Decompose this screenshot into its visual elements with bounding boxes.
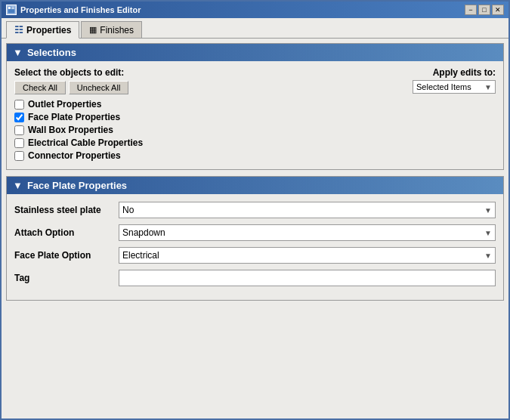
properties-tab-icon: ☷ [14,24,23,36]
selections-panel: ▼ Selections Select the objects to edit:… [6,43,504,170]
connector-checkbox[interactable] [14,151,24,161]
electrical-checkbox[interactable] [14,138,24,148]
face-plate-body: Stainless steel plate No ▼ Attach Option… [7,194,503,300]
prop-row-faceplate-opt: Face Plate Option Electrical ▼ [14,247,496,264]
finishes-tab-icon: ▦ [89,25,97,35]
stainless-label: Stainless steel plate [14,205,113,215]
attach-dropdown[interactable]: Snapdown ▼ [119,224,496,241]
faceplate-checkbox[interactable] [14,113,24,122]
face-plate-chevron-icon: ▼ [13,180,23,191]
title-controls: − □ ✕ [465,5,504,15]
selections-chevron-icon: ▼ [13,47,23,58]
apply-edits-dropdown[interactable]: Selected Items ▼ [413,80,496,94]
selections-header: ▼ Selections [7,44,503,61]
faceplate-label: Face Plate Properties [28,112,120,122]
checkbox-outlet: Outlet Properties [14,99,496,110]
checkbox-wallbox: Wall Box Properties [14,125,496,135]
electrical-label: Electrical Cable Properties [28,137,143,148]
tag-input[interactable] [119,270,496,286]
selections-top-left: Select the objects to edit: Check All Un… [14,67,128,94]
face-plate-header: ▼ Face Plate Properties [7,177,503,194]
faceplate-opt-value: Electrical [122,250,159,261]
apply-edits-label: Apply edits to: [433,67,496,78]
title-bar-left: Properties and Finishes Editor [6,5,141,15]
outlet-label: Outlet Properties [28,99,101,110]
apply-edits-value: Selected Items [416,82,471,91]
checkbox-faceplate: Face Plate Properties [14,112,496,122]
selections-top-row: Select the objects to edit: Check All Un… [14,67,496,94]
uncheck-all-button[interactable]: Uncheck All [69,81,128,94]
check-all-button[interactable]: Check All [14,81,66,94]
prop-row-stainless: Stainless steel plate No ▼ [14,202,496,218]
selections-title: Selections [27,47,76,58]
svg-rect-1 [8,7,11,9]
tag-label: Tag [14,273,113,283]
window-icon [6,5,17,15]
stainless-dropdown-arrow-icon: ▼ [484,206,492,215]
faceplate-opt-label: Face Plate Option [14,250,113,261]
wallbox-checkbox[interactable] [14,125,24,135]
title-bar: Properties and Finishes Editor − □ ✕ [2,2,508,18]
svg-rect-2 [11,7,14,8]
prop-row-tag: Tag [14,270,496,286]
wallbox-label: Wall Box Properties [28,125,113,135]
stainless-dropdown[interactable]: No ▼ [119,202,496,218]
finishes-tab-label: Finishes [100,25,134,36]
close-button[interactable]: ✕ [492,5,504,15]
prop-row-attach: Attach Option Snapdown ▼ [14,224,496,241]
checkbox-connector: Connector Properties [14,150,496,161]
main-content: ▼ Selections Select the objects to edit:… [2,39,508,418]
apply-edits-dropdown-arrow-icon: ▼ [484,83,492,91]
attach-value: Snapdown [122,227,165,238]
tab-properties[interactable]: ☷ Properties [6,21,79,39]
stainless-value: No [122,205,134,215]
connector-label: Connector Properties [28,150,121,161]
svg-rect-3 [11,8,14,9]
tab-finishes[interactable]: ▦ Finishes [81,21,142,38]
tab-bar: ☷ Properties ▦ Finishes [2,18,508,39]
face-plate-panel: ▼ Face Plate Properties Stainless steel … [6,176,504,301]
check-buttons: Check All Uncheck All [14,81,128,94]
checkbox-electrical: Electrical Cable Properties [14,137,496,148]
minimize-button[interactable]: − [465,5,477,15]
selections-body: Select the objects to edit: Check All Un… [7,61,503,169]
faceplate-opt-dropdown[interactable]: Electrical ▼ [119,247,496,264]
properties-tab-label: Properties [26,25,71,36]
attach-dropdown-arrow-icon: ▼ [484,229,492,237]
select-objects-label: Select the objects to edit: [14,67,128,78]
window-title: Properties and Finishes Editor [20,5,141,14]
faceplate-opt-dropdown-arrow-icon: ▼ [484,252,492,260]
attach-label: Attach Option [14,227,113,238]
apply-edits-section: Apply edits to: Selected Items ▼ [413,67,496,94]
main-window: Properties and Finishes Editor − □ ✕ ☷ P… [0,0,510,420]
maximize-button[interactable]: □ [478,5,490,15]
outlet-checkbox[interactable] [14,100,24,110]
face-plate-title: Face Plate Properties [27,180,127,191]
